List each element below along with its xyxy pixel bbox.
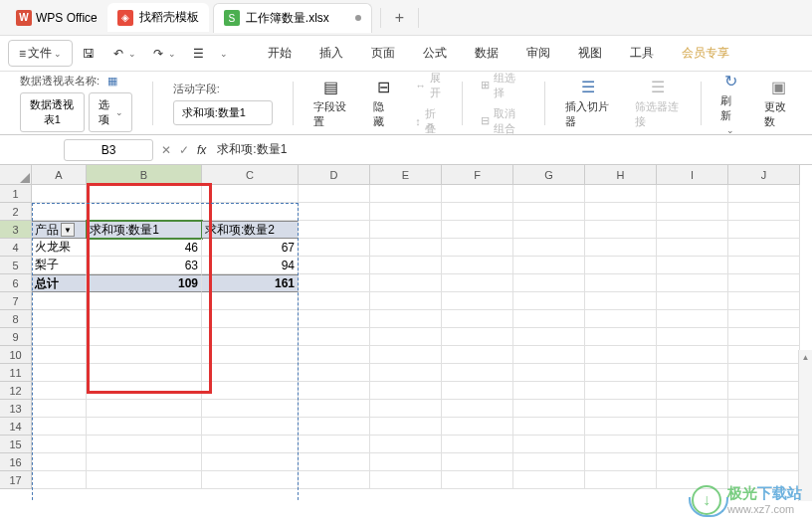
cell-C16[interactable]: [202, 453, 299, 471]
cell-G12[interactable]: [513, 382, 585, 400]
cell-D5[interactable]: [299, 257, 370, 274]
cell-B7[interactable]: [87, 292, 202, 310]
cell-D3[interactable]: [299, 221, 370, 239]
cell-I5[interactable]: [657, 257, 728, 274]
cell-D16[interactable]: [299, 453, 370, 471]
cell-F12[interactable]: [442, 382, 513, 400]
tab-page[interactable]: 页面: [359, 39, 407, 68]
row-header-3[interactable]: 3: [0, 221, 32, 239]
cell-B16[interactable]: [87, 453, 202, 471]
cell-H13[interactable]: [585, 400, 657, 418]
cell-B14[interactable]: [87, 418, 202, 436]
cell-C2[interactable]: [202, 203, 299, 221]
cell-G4[interactable]: [513, 239, 585, 257]
cell-F8[interactable]: [442, 310, 513, 328]
row-header-12[interactable]: 12: [0, 382, 32, 400]
cell-A12[interactable]: [32, 382, 87, 400]
cell-B11[interactable]: [87, 364, 202, 382]
cell-D7[interactable]: [299, 292, 370, 310]
row-header-6[interactable]: 6: [0, 274, 32, 292]
cell-A13[interactable]: [32, 400, 87, 418]
cell-H17[interactable]: [585, 471, 657, 489]
cell-J16[interactable]: [728, 453, 800, 471]
select-all-corner[interactable]: [0, 165, 32, 185]
cell-H15[interactable]: [585, 436, 657, 453]
cell-H1[interactable]: [585, 185, 657, 203]
tab-insert[interactable]: 插入: [307, 39, 355, 68]
cell-I9[interactable]: [657, 328, 728, 346]
tab-formula[interactable]: 公式: [411, 39, 459, 68]
formula-input[interactable]: 求和项:数量1: [214, 138, 804, 161]
file-menu-button[interactable]: ≡ 文件 ⌄: [8, 40, 73, 67]
cell-A6[interactable]: 总计: [32, 274, 87, 292]
spreadsheet-grid[interactable]: ABCDEFGHIJ 1234567891011121314151617 产品▼…: [0, 165, 812, 501]
cell-G15[interactable]: [513, 436, 585, 453]
cell-E16[interactable]: [370, 453, 442, 471]
cell-C9[interactable]: [202, 328, 299, 346]
vertical-scrollbar[interactable]: ▲: [798, 350, 812, 501]
cell-E11[interactable]: [370, 364, 442, 382]
row-header-14[interactable]: 14: [0, 418, 32, 436]
cell-C5[interactable]: 94: [202, 257, 299, 274]
field-settings-button[interactable]: ▤ 字段设置: [305, 78, 358, 129]
cell-H9[interactable]: [585, 328, 657, 346]
cell-F6[interactable]: [442, 274, 513, 292]
tab-start[interactable]: 开始: [256, 39, 304, 68]
cell-H2[interactable]: [585, 203, 657, 221]
cell-H5[interactable]: [585, 257, 657, 274]
undo-button[interactable]: ↶⌄: [104, 42, 142, 66]
cancel-icon[interactable]: ✕: [161, 143, 171, 157]
cell-A3[interactable]: 产品▼: [32, 221, 87, 239]
group-select-button[interactable]: ⊞组选择: [475, 69, 532, 102]
col-header-E[interactable]: E: [370, 165, 442, 185]
cell-A17[interactable]: [32, 471, 87, 489]
cell-J2[interactable]: [728, 203, 800, 221]
cell-C17[interactable]: [202, 471, 299, 489]
cell-F4[interactable]: [442, 239, 513, 257]
cell-I12[interactable]: [657, 382, 728, 400]
cell-C3[interactable]: 求和项:数量2: [202, 221, 299, 239]
cell-I8[interactable]: [657, 310, 728, 328]
row-header-9[interactable]: 9: [0, 328, 32, 346]
cell-B4[interactable]: 46: [87, 239, 202, 257]
pivot-filter-dropdown[interactable]: ▼: [61, 223, 75, 237]
fx-icon[interactable]: fx: [197, 143, 206, 157]
cell-D9[interactable]: [299, 328, 370, 346]
cell-B15[interactable]: [87, 436, 202, 453]
col-header-C[interactable]: C: [202, 165, 299, 185]
ext-button[interactable]: ☰: [184, 42, 212, 66]
cell-I15[interactable]: [657, 436, 728, 453]
tab-tools[interactable]: 工具: [618, 39, 666, 68]
cell-G14[interactable]: [513, 418, 585, 436]
col-header-H[interactable]: H: [585, 165, 657, 185]
cell-A9[interactable]: [32, 328, 87, 346]
cell-G11[interactable]: [513, 364, 585, 382]
cell-B10[interactable]: [87, 346, 202, 364]
cell-E9[interactable]: [370, 328, 442, 346]
cell-G1[interactable]: [513, 185, 585, 203]
cell-G2[interactable]: [513, 203, 585, 221]
cell-I7[interactable]: [657, 292, 728, 310]
insert-slicer-button[interactable]: ☰ 插入切片器: [557, 78, 619, 129]
confirm-icon[interactable]: ✓: [179, 143, 189, 157]
cell-D1[interactable]: [299, 185, 370, 203]
cell-C7[interactable]: [202, 292, 299, 310]
row-header-15[interactable]: 15: [0, 436, 32, 453]
cell-C1[interactable]: [202, 185, 299, 203]
redo-button[interactable]: ↷⌄: [144, 42, 182, 66]
cell-I6[interactable]: [657, 274, 728, 292]
tab-review[interactable]: 审阅: [514, 39, 562, 68]
cell-B13[interactable]: [87, 400, 202, 418]
col-header-J[interactable]: J: [728, 165, 800, 185]
cell-F2[interactable]: [442, 203, 513, 221]
cell-G6[interactable]: [513, 274, 585, 292]
refresh-button[interactable]: ↻ 刷新 ⌄: [712, 72, 748, 135]
cell-F10[interactable]: [442, 346, 513, 364]
cell-E6[interactable]: [370, 274, 442, 292]
cell-H10[interactable]: [585, 346, 657, 364]
row-header-17[interactable]: 17: [0, 471, 32, 489]
col-header-I[interactable]: I: [657, 165, 728, 185]
cell-J1[interactable]: [728, 185, 800, 203]
cell-J8[interactable]: [728, 310, 800, 328]
cell-D14[interactable]: [299, 418, 370, 436]
